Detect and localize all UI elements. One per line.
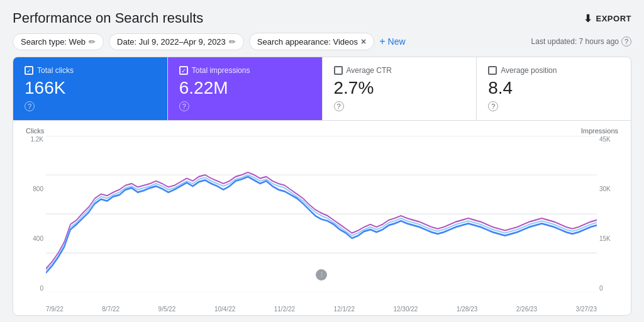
chart-area: Clicks Impressions 1.2K 800 400 0 45K 30… bbox=[13, 121, 631, 315]
drag-handle-icon: ⋮ bbox=[319, 272, 325, 278]
filter-date[interactable]: Date: Jul 9, 2022–Apr 9, 2023 ✏ bbox=[109, 33, 244, 50]
checkbox-checked-icon: ✓ bbox=[25, 66, 33, 75]
chart-wrapper: 1.2K 800 400 0 45K 30K 15K 0 bbox=[26, 136, 618, 304]
chart-drag-handle[interactable]: ⋮ bbox=[316, 269, 327, 280]
help-icon[interactable]: ? bbox=[25, 101, 35, 111]
edit-icon: ✏ bbox=[229, 37, 236, 47]
plus-icon: + bbox=[379, 36, 385, 47]
right-axis-label: Impressions bbox=[581, 127, 618, 135]
help-icon[interactable]: ? bbox=[488, 101, 498, 111]
metric-average-ctr[interactable]: Average CTR 2.7% ? bbox=[323, 57, 477, 120]
metric-total-clicks[interactable]: ✓ Total clicks 166K ? bbox=[13, 57, 168, 120]
left-axis-label: Clicks bbox=[26, 127, 44, 135]
metric-clicks-label: Total clicks bbox=[37, 66, 74, 75]
metric-ctr-value: 2.7% bbox=[334, 77, 465, 99]
metric-position-value: 8.4 bbox=[488, 77, 619, 99]
checkbox-unchecked-icon bbox=[334, 66, 343, 75]
x-axis-labels: 7/9/22 8/7/22 9/5/22 10/4/22 11/2/22 12/… bbox=[26, 304, 618, 315]
chart-svg bbox=[46, 136, 597, 292]
metrics-row: ✓ Total clicks 166K ? ✓ Total impression… bbox=[13, 57, 631, 121]
filter-search-appearance[interactable]: Search appearance: Videos × bbox=[249, 33, 374, 50]
metric-position-label: Average position bbox=[501, 66, 557, 75]
chart-inner: ⋮ bbox=[46, 136, 597, 292]
help-icon[interactable]: ? bbox=[334, 101, 344, 111]
metric-impressions-value: 6.22M bbox=[179, 77, 311, 99]
filter-appearance-label: Search appearance: Videos bbox=[257, 37, 358, 47]
checkbox-unchecked-icon bbox=[488, 66, 497, 75]
y-axis-right: 45K 30K 15K 0 bbox=[599, 136, 618, 292]
edit-icon: ✏ bbox=[89, 37, 96, 47]
page-title: Performance on Search results bbox=[13, 10, 203, 26]
filter-search-type[interactable]: Search type: Web ✏ bbox=[13, 33, 104, 50]
y-axis-left: 1.2K 800 400 0 bbox=[26, 136, 43, 292]
metric-total-impressions[interactable]: ✓ Total impressions 6.22M ? bbox=[168, 57, 323, 120]
new-filter-button[interactable]: + New bbox=[379, 36, 405, 47]
checkbox-checked-icon: ✓ bbox=[179, 66, 188, 75]
filter-search-type-label: Search type: Web bbox=[21, 37, 86, 47]
metric-impressions-label: Total impressions bbox=[192, 66, 250, 75]
metric-ctr-label: Average CTR bbox=[347, 66, 392, 75]
close-icon[interactable]: × bbox=[361, 36, 366, 47]
metric-clicks-value: 166K bbox=[25, 77, 156, 99]
filters-row: Search type: Web ✏ Date: Jul 9, 2022–Apr… bbox=[13, 33, 631, 50]
help-icon[interactable]: ? bbox=[179, 101, 189, 111]
metric-average-position[interactable]: Average position 8.4 ? bbox=[477, 57, 631, 120]
download-icon: ⬇ bbox=[584, 13, 592, 25]
last-updated: Last updated: 7 hours ago ? bbox=[531, 36, 631, 47]
help-icon[interactable]: ? bbox=[621, 36, 631, 47]
export-button[interactable]: ⬇ EXPORT bbox=[584, 13, 631, 25]
main-card: ✓ Total clicks 166K ? ✓ Total impression… bbox=[13, 57, 631, 316]
filter-date-label: Date: Jul 9, 2022–Apr 9, 2023 bbox=[117, 37, 226, 47]
